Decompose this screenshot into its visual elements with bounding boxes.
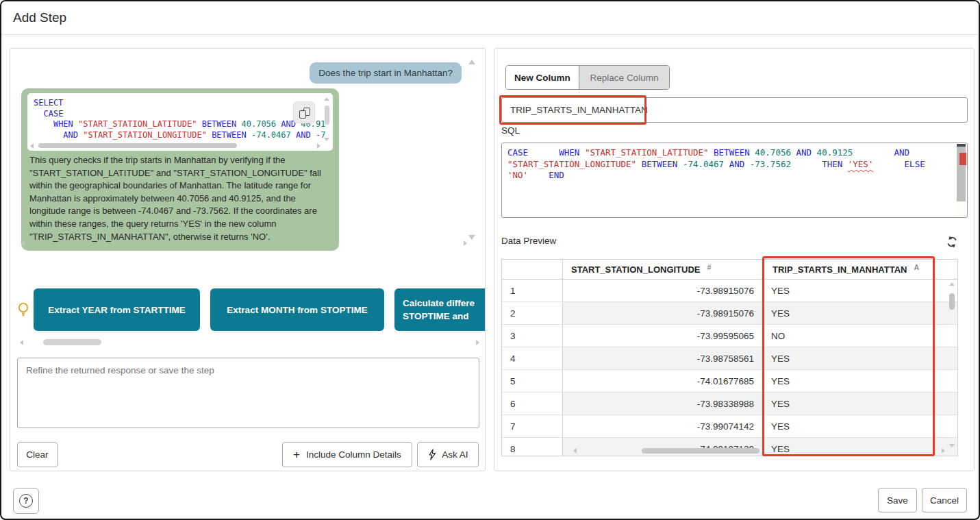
help-icon: ? [19,494,33,508]
ai-explanation-text: This query checks if the trip starts in … [27,154,333,245]
tab-replace-column[interactable]: Replace Column [579,66,669,89]
table-row: 1-73.98915076YES [502,280,957,302]
cancel-button[interactable]: Cancel [922,488,967,512]
table-row: 4-73.98758561YES [502,347,957,370]
sql-code-text: SELECT CASE WHEN "START_STATION_LATITUDE… [34,98,318,140]
column-mode-tabs: New Column Replace Column [505,65,670,90]
sql-expression-editor[interactable]: CASE WHEN "START_STATION_LATITUDE" BETWE… [501,143,968,218]
clear-button[interactable]: Clear [17,442,58,467]
code-scroll-right-icon[interactable] [317,143,321,149]
user-message-bubble: Does the trip start in Manhattan? [310,62,462,84]
data-preview-label: Data Preview [501,236,556,246]
text-type-icon: A [914,263,919,271]
table-vertical-scrollbar[interactable] [948,282,956,447]
add-step-dialog: Add Step Does the trip start in Manhatta… [0,0,980,520]
code-scroll-up-icon[interactable] [324,97,329,101]
suggestion-button-3[interactable]: Calculate differeSTOPTIME and [394,288,485,331]
column-editor-panel: New Column Replace Column SQL CASE WHEN … [494,48,975,471]
sql-label: SQL [501,125,520,136]
table-scroll-left-icon[interactable] [573,448,577,454]
column-header-start_station_longitude[interactable]: START_STATION_LONGITUDE# [563,260,764,279]
ai-response-bubble: SELECT CASE WHEN "START_STATION_LATITUDE… [21,88,339,251]
copy-icon [299,108,310,119]
column-name-input[interactable] [501,97,968,123]
lightning-icon [427,449,437,460]
dialog-header: Add Step [1,1,979,35]
ai-chat-panel: Does the trip start in Manhattan? SELECT… [10,48,486,471]
table-scroll-right-icon[interactable] [942,448,945,454]
include-column-details-button[interactable]: + Include Column Details [282,442,412,467]
refine-response-input[interactable] [17,358,479,428]
suggestion-button-1[interactable]: Extract YEAR from STARTTIME [34,288,200,331]
suggestions-scroll-left-icon[interactable] [20,340,23,345]
table-row: 3-73.99595065NO [502,325,957,347]
chat-scroll-up-icon[interactable] [468,60,475,64]
code-scroll-down-icon[interactable] [324,138,329,141]
copy-code-button[interactable] [293,101,315,123]
plus-icon: + [293,449,300,460]
chat-scroll-down-icon[interactable] [468,235,475,240]
ai-sql-code-block: SELECT CASE WHEN "START_STATION_LATITUDE… [27,93,333,151]
code-horizontal-scrollbar[interactable] [30,143,321,149]
table-row: 5-74.01677685YES [502,370,957,393]
numeric-type-icon: # [707,263,712,271]
table-scroll-down-icon[interactable] [949,444,955,447]
table-row: 2-73.98915076YES [502,302,957,325]
column-header-trip_starts_in_manhattan[interactable]: TRIP_STARTS_IN_MANHATTANA [764,260,931,279]
sql-expression-text: CASE WHEN "START_STATION_LATITUDE" BETWE… [507,147,952,182]
chat-action-row: Clear + Include Column Details Ask AI [17,442,479,467]
table-scroll-up-icon[interactable] [949,282,955,286]
suggestions-row: Extract YEAR from STARTTIMEExtract MONTH… [10,288,485,331]
suggestion-buttons: Extract YEAR from STARTTIMEExtract MONTH… [34,288,485,331]
row-number-header [502,260,563,279]
save-button[interactable]: Save [878,488,917,512]
chat-scroll-left-icon[interactable] [21,240,25,246]
data-preview-table: START_STATION_LONGITUDE#TRIP_STARTS_IN_M… [501,259,958,456]
suggestions-scroll-right-icon[interactable] [476,340,479,345]
chat-scroll-right-icon[interactable] [464,240,467,246]
suggestion-button-2[interactable]: Extract MONTH from STOPTIME [210,288,384,331]
suggestions-scrollbar[interactable] [34,339,475,346]
help-button[interactable]: ? [13,488,39,514]
code-scroll-left-icon[interactable] [30,143,34,149]
spellcheck-marker-icon [959,153,966,165]
table-horizontal-scrollbar[interactable] [573,447,945,454]
ask-ai-button[interactable]: Ask AI [417,442,479,467]
table-header-row: START_STATION_LONGITUDE#TRIP_STARTS_IN_M… [502,260,957,280]
table-body: 1-73.98915076YES2-73.98915076YES3-73.995… [502,280,957,456]
tab-new-column[interactable]: New Column [506,66,579,89]
refresh-icon[interactable] [945,234,960,249]
table-row: 7-73.99074142YES [502,415,957,438]
lightbulb-icon [16,301,30,318]
sql-editor-scrollbar[interactable] [957,144,966,216]
page-title: Add Step [13,10,66,25]
table-row: 6-73.98338988YES [502,393,957,415]
code-vertical-scrollbar[interactable] [324,97,330,141]
